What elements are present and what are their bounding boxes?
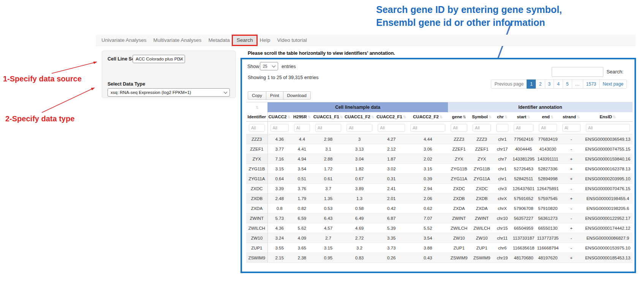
column-header-start[interactable]: start⇅ [511, 112, 536, 122]
cell: 1.82 [344, 164, 375, 174]
page-3-button[interactable]: 3 [545, 79, 554, 89]
next-page-button[interactable]: Next page [599, 79, 627, 89]
table-row[interactable]: ZSWIM92.152.380.950.830.260.43ZSWIM9ZSWI… [246, 253, 633, 263]
table-row[interactable]: ZW103.244.092.72.723.353.54ZW10ZW10chr11… [246, 233, 633, 243]
sort-icon: ⇅ [440, 115, 443, 119]
column-header-identifier[interactable]: Identifier [246, 112, 267, 122]
page-length-select[interactable]: 25 [260, 62, 278, 70]
column-label: Symbol [472, 114, 488, 119]
cell: 0.83 [344, 253, 375, 263]
sort-icon: ⇅ [256, 105, 259, 110]
page-2-button[interactable]: 2 [536, 79, 545, 89]
cell: ZYX [448, 154, 470, 164]
filter-input-cuacc2_f2[interactable] [410, 124, 445, 132]
filter-input-start[interactable] [514, 124, 533, 132]
cell: 143381295 [511, 154, 536, 164]
nav-item-search[interactable]: Search [233, 35, 256, 46]
nav-item-help[interactable]: Help [256, 35, 274, 46]
cell: 1.87 [375, 154, 408, 164]
dt-buttons: CopyPrintDownload [248, 91, 310, 100]
cell-identifier: ZYG11A [246, 174, 267, 184]
page-4-button[interactable]: 4 [554, 79, 563, 89]
nav-item-multivariate-analyses[interactable]: Multivariate Analyses [150, 35, 205, 46]
table-row[interactable]: ZUP13.553.653.153.23.733.88ZUP1ZUP1chr61… [246, 243, 633, 253]
page-1-button[interactable]: 1 [527, 79, 536, 89]
table-row[interactable]: ZYG11A0.640.510.610.670.310.39ZYG11AZYG1… [246, 174, 633, 184]
filter-input-chr[interactable] [496, 124, 508, 132]
print-button[interactable]: Print [266, 91, 283, 100]
filter-input-cuacc2_f1[interactable] [378, 124, 405, 132]
filter-input-h295r[interactable] [294, 124, 310, 132]
nav-item-video-tutorial[interactable]: Video tutorial [274, 35, 310, 46]
cell: ZSWIM9 [470, 253, 494, 263]
cell: 48170680 [511, 253, 536, 263]
filter-input-symbol[interactable] [473, 124, 491, 132]
column-header-end[interactable]: end⇅ [536, 112, 560, 122]
search-annotation-note: Search gene ID by entering gene symbol, … [376, 3, 562, 29]
table-row[interactable]: ZWILCH4.365.624.574.695.395.52ZWILCHZWIL… [246, 223, 633, 233]
table-row[interactable]: ZYG11B3.153.541.721.823.023.15ZYG11BZYG1… [246, 164, 633, 174]
cell: chrX [494, 203, 511, 213]
column-label: CUACC2_F2 [413, 114, 439, 119]
cell: 3.7 [313, 184, 344, 194]
group-header-blank[interactable]: ⇅ [246, 102, 267, 112]
column-header-cuacc2_f2[interactable]: CUACC2_F2⇅ [408, 112, 448, 122]
filter-input-ensid[interactable] [586, 124, 630, 132]
column-header-strand[interactable]: strand⇅ [560, 112, 583, 122]
cell: 3.2 [344, 243, 375, 253]
filter-input-cuacc1_f2[interactable] [347, 124, 372, 132]
cell: 6.43 [313, 213, 344, 223]
column-header-ensid[interactable]: EnsID⇅ [583, 112, 633, 122]
cell: 3.15 [408, 164, 448, 174]
cell: 0.8 [267, 203, 291, 213]
download-button[interactable]: Download [283, 91, 311, 100]
cell: 1.72 [313, 164, 344, 174]
cell: 3.02 [375, 164, 408, 174]
column-header-symbol[interactable]: Symbol⇅ [470, 112, 494, 122]
pagination: Previous page12345…1573Next page [491, 79, 627, 89]
column-header-cuacc1_f1[interactable]: CUACC1_F1⇅ [313, 112, 344, 122]
filter-input-strand[interactable] [562, 124, 581, 132]
app-canvas: Search gene ID by entering gene symbol, … [0, 0, 644, 302]
nav-item-univariate-analyses[interactable]: Univariate Analyses [98, 35, 150, 46]
cell: 0.82 [291, 203, 313, 213]
navbar-items: Univariate AnalysesMultivariate Analyses… [96, 35, 636, 46]
cell: 0.62 [408, 203, 448, 213]
filter-input-gene[interactable] [451, 124, 467, 132]
previous-page-button[interactable]: Previous page [491, 79, 527, 89]
cell: ZUP1 [470, 243, 494, 253]
cell-line-set-select[interactable]: ACC Colorado plus PDX [133, 55, 185, 63]
column-header-cuacc2_f1[interactable]: CUACC2_F1⇅ [375, 112, 408, 122]
column-header-cuacc1_f2[interactable]: CUACC1_F2⇅ [344, 112, 375, 122]
table-row[interactable]: ZZZ34.364.42.9834.274.44ZZZ3ZZZ3chr17756… [246, 134, 633, 144]
table-row[interactable]: ZZEF13.774.413.13.132.123.06ZZEF1ZZEF1ch… [246, 144, 633, 154]
cell: 3.15 [313, 243, 344, 253]
table-row[interactable]: ZXDC3.393.763.73.892.412.94ZXDCZXDCchr31… [246, 184, 633, 194]
copy-button[interactable]: Copy [248, 91, 266, 100]
column-header-h295r[interactable]: H295R⇅ [291, 112, 313, 122]
filter-input-identifier[interactable] [249, 124, 265, 132]
cell: + [560, 253, 583, 263]
group-header-annotation: Identifier annotation [448, 102, 633, 112]
cell: chr3 [494, 184, 511, 194]
data-type-select[interactable]: xsq: RNA-seq Expression (log2 FPKM+1) [108, 88, 230, 97]
column-header-cuacc2[interactable]: CUACC2⇅ [267, 112, 291, 122]
table-row[interactable]: ZYX7.164.942.883.041.872.02ZYXZYXchr7143… [246, 154, 633, 164]
cell: chr11 [494, 233, 511, 243]
pagination-ellipsis[interactable]: … [572, 79, 583, 89]
table-row[interactable]: ZXDB2.481.791.351.32.012.06ZXDBZXDBchrX5… [246, 194, 633, 203]
cell: 0.95 [313, 253, 344, 263]
filter-input-cuacc2[interactable] [271, 124, 289, 132]
filter-input-end[interactable] [539, 124, 557, 132]
column-header-chr[interactable]: chr⇅ [494, 112, 511, 122]
page-5-button[interactable]: 5 [563, 79, 572, 89]
page-1573-button[interactable]: 1573 [583, 79, 600, 89]
table-row[interactable]: ZWINT5.736.596.436.496.877.07ZWINTZWINTc… [246, 213, 633, 223]
column-header-gene[interactable]: gene⇅ [448, 112, 470, 122]
cell: 4.94 [291, 154, 313, 164]
filter-input-cuacc1_f1[interactable] [315, 124, 341, 132]
table-row[interactable]: ZXDA0.80.820.530.580.420.62ZXDAZXDAchrX5… [246, 203, 633, 213]
results-panel: Show 25 entries Showing 1 to 25 of 39,31… [241, 58, 636, 273]
nav-item-metadata[interactable]: Metadata [205, 35, 233, 46]
search-input[interactable] [552, 67, 603, 77]
